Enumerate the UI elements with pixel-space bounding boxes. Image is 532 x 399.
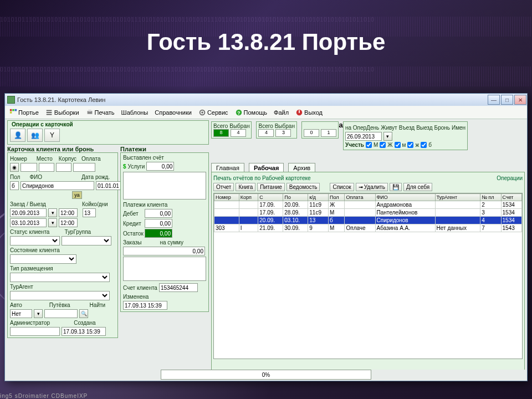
op-btn-y[interactable]: Y [44,129,60,142]
chk-zh2[interactable] [407,142,413,148]
nasummu-field[interactable] [123,247,205,255]
grid-col[interactable]: Счет [501,194,521,201]
progress-bar: 0% [161,370,371,380]
chk-m2[interactable] [395,142,401,148]
dob-field[interactable] [96,181,121,190]
svg-rect-2 [15,109,17,111]
operday-date-drop[interactable]: ▾ [383,132,392,141]
grid-col[interactable]: ФИО [375,194,435,201]
fio-field[interactable] [21,181,94,190]
operday-date[interactable] [345,132,382,141]
minimize-button[interactable]: — [488,95,500,105]
table-row[interactable]: 17.09.20.09.11с9ЖАндрамонова21534 [214,201,522,209]
grid-col[interactable]: Оплата [345,194,375,201]
zaezd-in-date[interactable] [10,208,47,217]
uslugi-field[interactable] [146,162,174,171]
grid-col[interactable]: № пл [480,194,501,201]
ua-btn[interactable]: уа [72,191,82,199]
zaezd-in-time[interactable] [59,208,78,217]
menu-pechat[interactable]: Печать [84,108,117,117]
grid-col[interactable]: По [283,194,308,201]
menu-vyhod[interactable]: Выход [293,108,325,117]
zaezd-out-time[interactable] [59,218,78,227]
naiti-btn[interactable]: 🔍 [79,309,88,318]
binary-decor: 0101010110101010101011010101011010101010… [0,66,532,86]
menu-shablony[interactable]: Шаблоны [119,108,151,117]
nomer-field[interactable] [21,163,37,172]
tab-archive[interactable]: Архив [288,163,315,172]
btn-dlyasebya[interactable]: Для себя [403,183,432,191]
pol-field[interactable] [10,181,19,190]
op-btn-2[interactable]: 👥 [27,129,43,142]
izmenena-field[interactable] [123,301,167,310]
zakazy-list[interactable] [123,257,206,281]
close-button[interactable]: ✕ [514,95,526,105]
admin-field[interactable] [10,327,60,336]
app-window: Гость 13.8.21. Картотека Левин — □ ✕ Пор… [4,93,528,381]
grid-col[interactable]: ТурАгент [435,194,480,201]
chk-b[interactable] [421,142,427,148]
table-row[interactable]: 303I21.09.30.09.9МОплачеАбазина А.А.Нет … [214,224,522,232]
menu-portie[interactable]: Портье [7,108,41,117]
svg-rect-14 [299,110,300,112]
payments-panel: Выставлен счёт $ Услуги Платежи клиента … [120,152,209,312]
titlebar: Гость 13.8.21. Картотека Левин — □ ✕ [5,94,527,106]
menu-spravochniki[interactable]: Справочники [152,108,194,117]
kartoteka-grid[interactable]: НомерКорпСПок/дПолОплатаФИОТурАгент№ плС… [213,193,523,359]
chk-m[interactable] [366,142,372,148]
status-select[interactable] [10,236,60,245]
operday-box: на ОперДень ЖивутВъездВыездБроньИмен ▾ У… [343,121,468,150]
kredit-field[interactable] [145,219,172,228]
tab-main[interactable]: Главная [211,163,244,172]
app-icon [7,96,15,104]
card-ops-group: Операции с карточкой 👤 👥 Y [7,120,209,145]
avto-field[interactable] [10,309,32,318]
debet-field[interactable] [145,209,172,218]
taskbar-hint: ing5 sDroimatier CDBumeIXP [0,393,88,399]
btn-otchet[interactable]: Отчет [213,183,234,191]
koiko-field[interactable] [83,208,96,217]
btn-save-icon[interactable]: 💾 [390,183,402,191]
menu-pomosch[interactable]: ?Помощь [233,108,270,117]
btn-vedomost[interactable]: Ведомость [287,183,320,191]
sozdana-field[interactable] [62,327,106,336]
nomer-lookup-btn[interactable]: ◉ [10,163,19,172]
tipraz-select[interactable] [10,273,110,282]
table-row[interactable]: 20.09.03.10.13бСпиридонов41534 [214,217,522,224]
turagent-select[interactable] [10,291,110,300]
table-row[interactable]: 17.09.28.09.11с9МПантелеймонов31534 [214,209,522,217]
menu-servis[interactable]: Сервис [196,108,231,117]
chk-zh[interactable] [380,142,386,148]
grid-col[interactable]: С [258,194,283,201]
date-picker-icon[interactable]: ▾ [48,218,57,227]
stats-2: ВсегоВыбран 43 [256,121,296,139]
sostoyanie-select[interactable] [10,254,76,264]
zaezd-out-date[interactable] [10,218,47,227]
oplata-field[interactable] [73,163,95,172]
grid-col[interactable]: к/д [308,194,329,201]
tab-work[interactable]: Рабочая [249,163,284,172]
ostatok-field[interactable] [145,229,172,238]
btn-kniga[interactable]: Книга [236,183,255,191]
grid-col[interactable]: Пол [328,194,345,201]
stats-3: 01 [301,121,339,139]
avto-drop[interactable]: ▾ [34,309,43,318]
turgroup-select[interactable] [62,236,111,245]
putevka-field[interactable] [44,309,78,318]
op-btn-1[interactable]: 👤 [10,129,25,142]
uslugi-list[interactable] [123,172,206,200]
menu-file[interactable]: Файл [272,108,291,117]
mesto-field[interactable] [39,163,54,172]
menu-vyborki[interactable]: Выборки [43,108,81,117]
maximize-button[interactable]: □ [501,95,513,105]
svg-rect-3 [10,111,12,114]
btn-spisok[interactable]: Список [330,183,354,191]
date-picker-icon[interactable]: ▾ [48,208,57,217]
btn-udalit[interactable]: ➟Удалить [356,183,388,191]
slide-title: Гость 13.8.21 Портье [0,29,532,55]
btn-pitanie[interactable]: Питание [257,183,284,191]
grid-col[interactable]: Номер [214,194,239,201]
schet-field[interactable] [159,283,198,292]
korpus-field[interactable] [56,163,71,172]
grid-col[interactable]: Корп [239,194,258,201]
